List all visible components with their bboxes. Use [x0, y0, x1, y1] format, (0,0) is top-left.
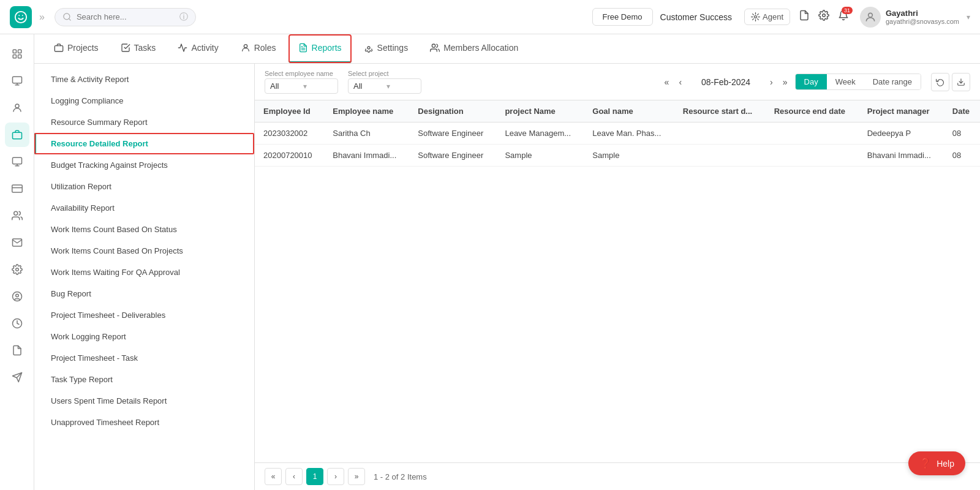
help-button[interactable]: ❓ Help	[908, 451, 965, 475]
sidebar-item-file[interactable]	[5, 338, 29, 363]
date-range-view-btn[interactable]: Date range	[864, 74, 921, 89]
report-item-utilization[interactable]: Utilization Report	[34, 176, 254, 197]
tab-roles[interactable]: Roles	[231, 34, 286, 63]
report-item-budget-tracking[interactable]: Budget Tracking Against Projects	[34, 154, 254, 176]
user-caret-icon: ▾	[967, 13, 970, 21]
project-select[interactable]: All ▾	[348, 78, 421, 94]
notification-badge: 31	[842, 7, 853, 14]
employee-select[interactable]: All ▾	[265, 78, 338, 94]
sidebar-item-projects[interactable]	[5, 123, 29, 147]
last-page-btn[interactable]: »	[780, 76, 790, 88]
report-item-bug-report[interactable]: Bug Report	[34, 283, 254, 304]
download-icon[interactable]	[952, 73, 970, 91]
pagination-bar: « ‹ 1 › » 1 - 2 of 2 Items	[255, 462, 980, 490]
first-page-btn[interactable]: «	[662, 76, 672, 88]
svg-rect-22	[55, 46, 62, 51]
reports-tab-icon	[298, 43, 308, 53]
prev-date-btn[interactable]: ‹	[676, 76, 684, 88]
cell-employee-id-2: 20200720010	[255, 145, 324, 167]
sidebar-item-card[interactable]	[5, 176, 29, 201]
svg-rect-13	[12, 185, 22, 192]
search-icon	[62, 12, 72, 21]
settings-tab-icon	[364, 43, 374, 53]
report-item-work-logging[interactable]: Work Logging Report	[34, 326, 254, 347]
svg-rect-6	[18, 50, 21, 53]
report-item-availability[interactable]: Availability Report	[34, 197, 254, 219]
expand-icon[interactable]: »	[39, 12, 45, 23]
report-item-resource-summary[interactable]: Resource Summary Report	[34, 111, 254, 133]
report-item-project-timesheet-task[interactable]: Project Timesheet - Task	[34, 347, 254, 369]
svg-rect-7	[13, 55, 16, 58]
refresh-icon[interactable]	[931, 73, 949, 91]
agent-button[interactable]: Agent	[744, 9, 790, 25]
day-view-btn[interactable]: Day	[796, 74, 827, 89]
svg-rect-11	[12, 132, 21, 139]
search-input[interactable]	[77, 12, 175, 21]
report-item-resource-detailed[interactable]: Resource Detailed Report	[34, 133, 254, 154]
table-header-row: Employee Id Employee name Designation pr…	[255, 100, 980, 123]
svg-point-3	[823, 14, 826, 17]
col-resource-start: Resource start d...	[674, 100, 766, 123]
report-item-project-timesheet-deliverables[interactable]: Project Timesheet - Deliverables	[34, 304, 254, 326]
main-content: Projects Tasks Activity Roles Reports Se…	[34, 34, 980, 490]
report-item-time-activity[interactable]: Time & Activity Report	[34, 69, 254, 90]
sidebar-item-monitor[interactable]	[5, 69, 29, 93]
report-item-task-type[interactable]: Task Type Report	[34, 369, 254, 390]
svg-point-4	[869, 13, 873, 17]
sidebar-item-send[interactable]	[5, 365, 29, 390]
report-item-unapproved-timesheet[interactable]: Unapproved Timesheet Report	[34, 412, 254, 433]
report-table: Employee Id Employee name Designation pr…	[255, 100, 980, 167]
prev-page-btn[interactable]: ‹	[285, 468, 303, 485]
report-item-work-items-qa[interactable]: Work Items Waiting For QA Approval	[34, 262, 254, 283]
tab-members-allocation[interactable]: Members Allocation	[420, 34, 528, 63]
settings-icon[interactable]	[818, 10, 829, 24]
data-table-area: Employee Id Employee name Designation pr…	[255, 100, 980, 462]
customer-success-label: Customer Success	[660, 12, 732, 22]
employee-caret-icon: ▾	[303, 82, 333, 91]
cell-goal-name-2: Sample	[584, 145, 674, 167]
free-demo-button[interactable]: Free Demo	[592, 8, 653, 26]
week-view-btn[interactable]: Week	[827, 74, 864, 89]
tab-settings[interactable]: Settings	[354, 34, 418, 63]
notification-icon[interactable]: 31	[838, 10, 849, 24]
sidebar-item-dashboard[interactable]	[5, 42, 29, 66]
content-area: Time & Activity Report Logging Complianc…	[34, 64, 980, 490]
sidebar-item-clock[interactable]	[5, 311, 29, 336]
help-icon: ❓	[919, 458, 932, 469]
user-menu[interactable]: Gayathri gayathri@snovasys.com ▾	[860, 7, 970, 28]
sidebar-item-user-circle[interactable]	[5, 284, 29, 309]
tab-projects[interactable]: Projects	[44, 34, 108, 63]
nav-tabs: Projects Tasks Activity Roles Reports Se…	[34, 34, 980, 64]
tab-reports[interactable]: Reports	[288, 34, 352, 63]
document-icon[interactable]	[799, 10, 810, 24]
view-toggle: Day Week Date range	[795, 74, 921, 90]
report-item-users-spent-time[interactable]: Users Spent Time Details Report	[34, 390, 254, 412]
svg-rect-8	[18, 55, 21, 58]
sidebar-item-profile[interactable]	[5, 96, 29, 120]
col-project-name: project Name	[496, 100, 584, 123]
left-sidebar	[0, 34, 34, 490]
cell-designation-2: Software Engineer	[409, 145, 496, 167]
col-employee-name: Employee name	[324, 100, 409, 123]
report-item-work-items-status[interactable]: Work Items Count Based On Status	[34, 219, 254, 240]
sidebar-item-mail[interactable]	[5, 230, 29, 255]
last-page-pagination-btn[interactable]: »	[348, 468, 365, 485]
report-item-work-items-projects[interactable]: Work Items Count Based On Projects	[34, 240, 254, 262]
filters-bar: Select employee name All ▾ Select projec…	[255, 64, 980, 100]
cell-project-manager-2: Bhavani Immadi...	[859, 145, 944, 167]
tab-tasks[interactable]: Tasks	[111, 34, 166, 63]
topbar-icons: Agent 31 Gayathri gayathri@snovasys.com …	[744, 7, 970, 28]
sidebar-item-desktop[interactable]	[5, 149, 29, 174]
next-date-btn[interactable]: ›	[767, 76, 775, 88]
sidebar-item-group[interactable]	[5, 203, 29, 228]
user-name: Gayathri	[886, 9, 959, 18]
sidebar-item-settings[interactable]	[5, 257, 29, 282]
svg-rect-12	[12, 157, 21, 164]
tab-activity[interactable]: Activity	[168, 34, 228, 63]
search-box[interactable]: ⓘ	[55, 8, 196, 26]
first-page-pagination-btn[interactable]: «	[265, 468, 282, 485]
agent-icon	[751, 12, 760, 21]
next-page-btn[interactable]: ›	[327, 468, 344, 485]
page-1-btn[interactable]: 1	[306, 468, 323, 485]
report-item-logging-compliance[interactable]: Logging Compliance	[34, 90, 254, 111]
